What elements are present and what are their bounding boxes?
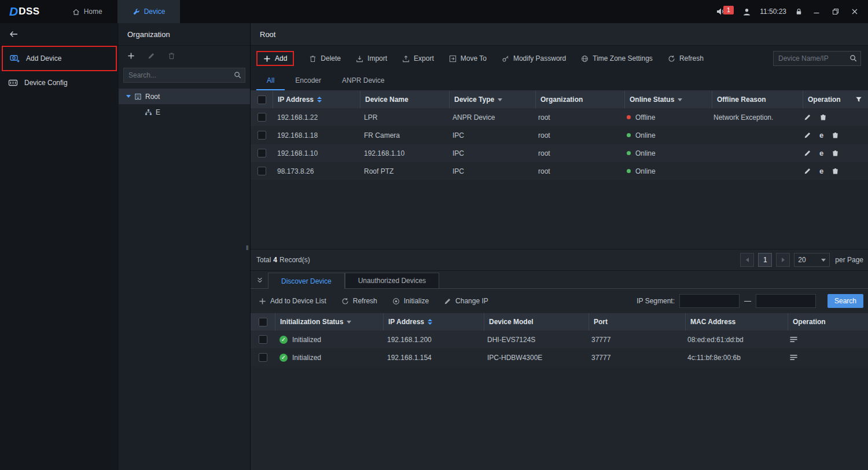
trash-icon bbox=[309, 55, 317, 63]
ip-segment-search-button[interactable]: Search bbox=[827, 294, 863, 308]
time-zone-settings-button[interactable]: Time Zone Settings bbox=[581, 54, 653, 63]
refresh-button-label: Refresh bbox=[679, 54, 704, 63]
filter-dropdown-icon[interactable] bbox=[498, 98, 502, 101]
table-row[interactable]: 192.168.1.22 LPR ANPR Device root Offlin… bbox=[251, 108, 868, 126]
cell-ip: 192.168.1.22 bbox=[273, 108, 359, 126]
alarm-button[interactable]: 1 bbox=[716, 7, 734, 16]
table-row[interactable]: 192.168.1.10 192.168.1.10 IPC root Onlin… bbox=[251, 144, 868, 162]
edit-icon[interactable] bbox=[804, 149, 811, 157]
tab-encoder[interactable]: Encoder bbox=[285, 71, 332, 90]
sort-icon[interactable] bbox=[428, 319, 432, 325]
tab-all[interactable]: All bbox=[256, 71, 285, 90]
tree-node-root[interactable]: Root bbox=[119, 89, 250, 104]
delete-icon[interactable] bbox=[819, 113, 827, 121]
tab-discover-device[interactable]: Discover Device bbox=[268, 273, 345, 289]
org-delete-icon[interactable] bbox=[168, 52, 175, 60]
col-organization: Organization bbox=[535, 91, 624, 108]
cell-ip: 192.168.1.154 bbox=[382, 348, 483, 366]
col-ip-address: IP Address bbox=[278, 96, 314, 104]
ip-segment-end-input[interactable] bbox=[756, 294, 816, 308]
discover-refresh-button[interactable]: Refresh bbox=[341, 297, 377, 305]
minimize-button[interactable] bbox=[811, 6, 822, 17]
delete-icon[interactable] bbox=[832, 167, 839, 175]
panel-splitter-handle[interactable]: ‖ bbox=[246, 244, 249, 251]
prev-page-button[interactable] bbox=[740, 253, 754, 267]
row-checkbox[interactable] bbox=[259, 335, 267, 344]
row-checkbox[interactable] bbox=[258, 131, 266, 139]
total-prefix: Total bbox=[256, 256, 271, 264]
web-browser-icon[interactable]: e bbox=[819, 149, 823, 157]
ip-segment-start-input[interactable] bbox=[679, 294, 740, 308]
modify-password-button[interactable]: Modify Password bbox=[502, 54, 566, 63]
move-to-button[interactable]: Move To bbox=[449, 54, 487, 63]
web-browser-icon[interactable]: e bbox=[819, 167, 823, 175]
row-checkbox[interactable] bbox=[258, 113, 266, 122]
lock-icon[interactable] bbox=[795, 8, 803, 16]
cell-status: Online bbox=[635, 131, 656, 139]
export-button[interactable]: Export bbox=[402, 54, 434, 63]
tab-home[interactable]: Home bbox=[57, 0, 117, 23]
sort-icon[interactable] bbox=[317, 97, 322, 102]
table-row[interactable]: 192.168.1.18 FR Camera IPC root Online e bbox=[251, 126, 868, 144]
current-page[interactable]: 1 bbox=[758, 253, 772, 267]
tree-expand-icon[interactable] bbox=[126, 95, 131, 98]
table-row[interactable]: ✓ Initialized 192.168.1.200 DHI-EVS7124S… bbox=[251, 331, 868, 348]
restore-button[interactable] bbox=[830, 6, 841, 17]
user-icon[interactable] bbox=[742, 8, 751, 16]
titlebar-right: 1 11:50:23 bbox=[716, 0, 868, 23]
web-browser-icon[interactable]: e bbox=[819, 131, 823, 139]
edit-icon[interactable] bbox=[804, 167, 811, 175]
import-button[interactable]: Import bbox=[356, 54, 387, 63]
back-button[interactable] bbox=[9, 30, 19, 38]
sidebar-item-add-device[interactable]: Add Device bbox=[2, 46, 117, 71]
delete-icon[interactable] bbox=[832, 149, 839, 157]
ip-segment-label: IP Segment: bbox=[637, 297, 675, 305]
filter-dropdown-icon[interactable] bbox=[678, 98, 682, 101]
discover-toolbar: Add to Device List Refresh Initialize bbox=[251, 289, 868, 313]
dss-app: D DSS Home Device 1 11:50: bbox=[0, 0, 868, 470]
edit-icon[interactable] bbox=[804, 131, 811, 139]
add-to-list-icon[interactable] bbox=[789, 354, 798, 361]
status-dot-online bbox=[627, 133, 631, 137]
table-row[interactable]: 98.173.8.26 Roof PTZ IPC root Online e bbox=[251, 162, 868, 180]
add-button[interactable]: Add bbox=[256, 51, 294, 66]
org-add-icon[interactable] bbox=[127, 52, 135, 60]
collapse-panel-icon[interactable] bbox=[254, 273, 266, 287]
filter-dropdown-icon[interactable] bbox=[347, 321, 351, 324]
filter-funnel-icon[interactable] bbox=[855, 96, 862, 103]
add-to-device-list-button[interactable]: Add to Device List bbox=[259, 297, 326, 305]
cell-ip: 192.168.1.200 bbox=[382, 331, 483, 348]
row-checkbox[interactable] bbox=[259, 353, 267, 362]
search-icon[interactable] bbox=[849, 54, 857, 62]
tree-node-e[interactable]: E bbox=[119, 104, 250, 120]
next-page-button[interactable] bbox=[776, 253, 790, 267]
tab-anpr-device[interactable]: ANPR Device bbox=[332, 71, 395, 90]
refresh-button[interactable]: Refresh bbox=[668, 54, 704, 63]
table-row[interactable]: ✓ Initialized 192.168.1.154 IPC-HDBW4300… bbox=[251, 348, 868, 366]
sidebar-item-device-config[interactable]: Device Config bbox=[0, 71, 119, 94]
page-size-select[interactable]: 20 bbox=[794, 253, 830, 267]
globe-icon bbox=[581, 55, 589, 63]
row-checkbox[interactable] bbox=[258, 149, 266, 157]
cell-device-name: 192.168.1.10 bbox=[359, 144, 448, 162]
move-to-icon bbox=[449, 55, 457, 63]
select-all-checkbox[interactable] bbox=[259, 318, 267, 326]
select-all-checkbox[interactable] bbox=[258, 96, 266, 104]
refresh-icon bbox=[668, 55, 675, 63]
delete-button[interactable]: Delete bbox=[309, 54, 341, 63]
initialize-button[interactable]: Initialize bbox=[392, 297, 429, 305]
row-checkbox[interactable] bbox=[258, 167, 266, 175]
close-button[interactable] bbox=[849, 6, 860, 17]
col-device-model: Device Model bbox=[484, 313, 589, 331]
change-ip-button[interactable]: Change IP bbox=[444, 297, 488, 305]
org-edit-icon[interactable] bbox=[148, 52, 155, 60]
delete-icon[interactable] bbox=[832, 131, 839, 139]
organization-search-input[interactable] bbox=[123, 68, 245, 83]
search-icon[interactable] bbox=[234, 71, 241, 79]
device-search-input[interactable] bbox=[773, 51, 861, 66]
add-to-list-icon[interactable] bbox=[789, 336, 798, 343]
edit-icon[interactable] bbox=[804, 113, 811, 121]
tab-unauthorized-devices[interactable]: Unauthorized Devices bbox=[345, 273, 439, 288]
ip-segment-dash: — bbox=[744, 297, 751, 305]
tab-device[interactable]: Device bbox=[117, 0, 181, 23]
